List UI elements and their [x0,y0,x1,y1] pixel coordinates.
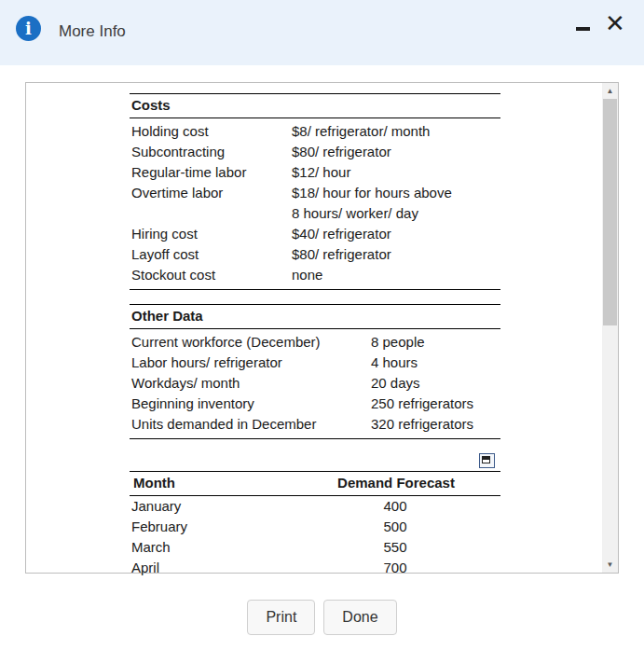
more-info-dialog: i More Info ✕ Costs Holding cost $8/ ref… [0,0,644,650]
table-row: Layoff cost $80/ refrigerator [130,244,500,265]
demand-forecast-column-header: Demand Forecast [290,474,500,492]
cost-value: $40/ refrigerator [290,224,500,244]
forecast-cell: 550 [288,537,500,558]
table-row: February 500 [130,517,500,537]
data-label: Labor hours/ refrigerator [130,353,369,373]
cost-label: Regular-time labor [130,162,290,183]
other-data-table-header: Other Data [130,304,500,329]
other-data-table-body: Current workforce (December) 8 people La… [130,329,500,439]
cost-label: Stockout cost [130,265,290,285]
minimize-icon [576,27,590,31]
table-row: Labor hours/ refrigerator 4 hours [130,353,500,373]
cost-label: Subcontracting [130,142,290,162]
table-row: Stockout cost none [130,265,500,285]
minimize-button[interactable] [572,19,593,39]
forecast-cell: 500 [288,517,500,537]
data-label: Workdays/ month [130,373,369,394]
forecast-table: Month Demand Forecast January 400 Februa… [130,471,500,578]
forecast-table-body: January 400 February 500 March 550 April… [130,496,500,578]
data-value: 320 refrigerators [369,414,500,435]
info-icon: i [16,16,41,41]
data-label: Beginning inventory [130,394,369,414]
forecast-cell: 700 [288,558,500,578]
cost-label [130,203,290,224]
scroll-up-icon: ▲ [607,87,614,95]
cost-label: Hiring cost [130,224,290,244]
info-icon-glyph: i [25,21,32,37]
table-row: March 550 [130,537,500,558]
table-row: Beginning inventory 250 refrigerators [130,394,500,414]
object-icon-row [130,453,500,471]
costs-table: Costs Holding cost $8/ refrigerator/ mon… [130,93,500,290]
cost-value: none [290,265,500,285]
costs-table-body: Holding cost $8/ refrigerator/ month Sub… [130,118,500,290]
data-value: 8 people [369,332,500,353]
cost-value: $12/ hour [290,162,500,183]
dialog-footer: Print Done [0,600,644,635]
table-row: Overtime labor $18/ hour for hours above [130,183,500,203]
scroll-down-button[interactable]: ▼ [602,557,618,573]
month-cell: April [130,558,288,578]
month-cell: January [130,496,288,517]
table-row: April 700 [130,558,500,578]
data-value: 4 hours [369,353,500,373]
table-row: Units demanded in December 320 refrigera… [130,414,500,435]
scrollbar-thumb[interactable] [603,99,617,325]
table-row: Current workforce (December) 8 people [130,332,500,353]
table-row: Hiring cost $40/ refrigerator [130,224,500,244]
data-label: Current workforce (December) [130,332,369,353]
content-panel: Costs Holding cost $8/ refrigerator/ mon… [25,82,619,574]
cost-value: $18/ hour for hours above [290,183,500,203]
cost-label: Overtime labor [130,183,290,203]
forecast-cell: 400 [288,496,500,517]
cost-label: Holding cost [130,121,290,142]
done-button[interactable]: Done [323,600,396,635]
close-button[interactable]: ✕ [601,7,629,39]
forecast-table-header: Month Demand Forecast [130,471,500,496]
dialog-title: More Info [59,22,126,41]
table-row: Regular-time labor $12/ hour [130,162,500,183]
table-row: Holding cost $8/ refrigerator/ month [130,121,500,142]
cost-label: Layoff cost [130,244,290,265]
cost-value: $80/ refrigerator [290,244,500,265]
embedded-object-icon[interactable] [479,453,495,468]
panel-content: Costs Holding cost $8/ refrigerator/ mon… [130,93,500,592]
scroll-up-button[interactable]: ▲ [602,83,618,99]
print-button[interactable]: Print [247,600,315,635]
table-row: Workdays/ month 20 days [130,373,500,394]
vertical-scrollbar[interactable]: ▲ ▼ [602,83,618,573]
cost-value: $80/ refrigerator [290,142,500,162]
close-icon: ✕ [605,11,625,35]
dialog-titlebar: i More Info ✕ [0,0,644,65]
table-row: Subcontracting $80/ refrigerator [130,142,500,162]
month-cell: February [130,517,288,537]
data-label: Units demanded in December [130,414,369,435]
data-value: 250 refrigerators [369,394,500,414]
table-row: January 400 [130,496,500,517]
month-column-header: Month [131,474,290,492]
costs-table-header: Costs [130,93,500,118]
other-data-table: Other Data Current workforce (December) … [130,304,500,439]
month-cell: March [130,537,288,558]
table-row: 8 hours/ worker/ day [130,203,500,224]
data-value: 20 days [369,373,500,394]
cost-value: 8 hours/ worker/ day [290,203,500,224]
cost-value: $8/ refrigerator/ month [290,121,500,142]
scroll-down-icon: ▼ [607,560,614,569]
